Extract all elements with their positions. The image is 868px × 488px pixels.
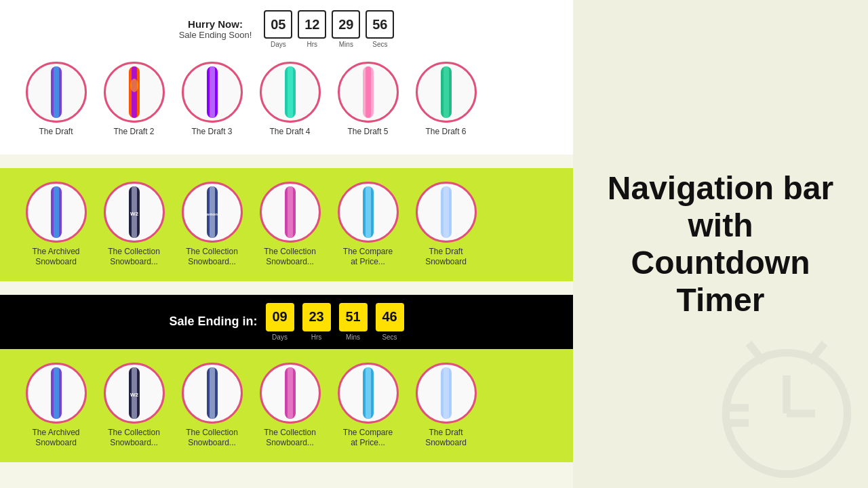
products-row-2: The ArchivedSnowboard W2 The CollectionS… [14, 178, 559, 271]
timer-label-days-1: Days [271, 41, 286, 48]
product-circle-3 [182, 62, 243, 123]
timer2-digit-hrs: 23 [302, 303, 331, 331]
product-name-3: The Draft 3 [191, 127, 232, 138]
timer2-secs: 46 Secs [376, 303, 404, 341]
left-panel: Hurry Now: Sale Ending Soon! 05 Days 12 … [0, 0, 573, 488]
timer2-digit-secs: 46 [376, 303, 404, 331]
product-name-4: The Draft 4 [269, 127, 310, 138]
product-name-2: The Draft 2 [113, 127, 154, 138]
svg-rect-28 [54, 367, 59, 419]
product-collection-2[interactable]: lamont The CollectionSnowboard... [176, 182, 248, 268]
product-circle-draft-sb-3 [416, 363, 477, 424]
countdown-bar-1: Hurry Now: Sale Ending Soon! 05 Days 12 … [14, 10, 559, 48]
product-circle-compare [338, 182, 399, 243]
timer2-label-mins: Mins [346, 333, 360, 341]
product-archived[interactable]: The ArchivedSnowboard [20, 182, 92, 268]
right-title-line3: Timer [677, 282, 765, 318]
product-circle-col3 [260, 182, 321, 243]
product-draft-sb-3[interactable]: The DraftSnowboard [410, 363, 481, 449]
product-collection-3-1[interactable]: W2 The CollectionSnowboard... [98, 363, 170, 449]
sale-ending-label: Sale Ending Soon! [179, 30, 252, 40]
product-collection-1[interactable]: W2 The CollectionSnowboard... [98, 182, 170, 268]
timer-days-1: 05 Days [264, 10, 292, 48]
product-name-1: The Draft [39, 127, 73, 138]
countdown-text-1: Hurry Now: Sale Ending Soon! [179, 18, 252, 40]
svg-rect-26 [443, 186, 449, 238]
timer2-hrs: 23 Hrs [302, 303, 331, 341]
svg-rect-33 [210, 367, 215, 419]
product-name-compare: The Compareat Price... [343, 247, 393, 268]
product-4-draft4[interactable]: The Draft 4 [254, 62, 326, 138]
timer2-days: 09 Days [266, 303, 294, 341]
product-circle-compare-3 [338, 363, 399, 424]
svg-rect-39 [443, 367, 449, 419]
timer-label-secs-1: Secs [372, 41, 387, 48]
timer2-label-days: Days [272, 333, 288, 341]
product-5-draft5[interactable]: The Draft 5 [332, 62, 403, 138]
black-header: Sale Ending in: 09 Days 23 Hrs 51 Mins 4… [0, 295, 573, 349]
product-name-col3-2: The CollectionSnowboard... [186, 428, 238, 449]
section-white: Hurry Now: Sale Ending Soon! 05 Days 12 … [0, 0, 573, 155]
product-name-col3-1: The CollectionSnowboard... [108, 428, 160, 449]
product-circle-archived [26, 182, 87, 243]
clock-icon [692, 309, 868, 488]
product-circle-4 [260, 62, 321, 123]
svg-text:W2: W2 [130, 211, 139, 217]
product-circle-col3-3 [260, 363, 321, 424]
product-draft-sb[interactable]: The DraftSnowboard [410, 182, 481, 268]
right-panel: Navigation bar with Countdown Timer [573, 0, 868, 488]
product-2-draft2[interactable]: The Draft 2 [98, 62, 170, 138]
svg-rect-24 [366, 186, 371, 238]
timer-digit-mins-1: 29 [332, 10, 360, 39]
product-circle-archived-3 [26, 363, 87, 424]
timer-digit-days-1: 05 [264, 10, 292, 39]
product-name-draft-sb-3: The DraftSnowboard [425, 428, 467, 449]
product-name-compare-3: The Compareat Price... [343, 428, 393, 449]
timer-secs-1: 56 Secs [366, 10, 394, 48]
product-6-draft6[interactable]: The Draft 6 [410, 62, 481, 138]
timer2-mins: 51 Mins [339, 303, 368, 341]
timer-hrs-1: 12 Hrs [298, 10, 326, 48]
svg-rect-8 [288, 66, 293, 118]
timer-label-hrs-1: Hrs [307, 41, 318, 48]
product-circle-5 [338, 62, 399, 123]
product-name-archived-3: The ArchivedSnowboard [32, 428, 79, 449]
product-archived-3[interactable]: The ArchivedSnowboard [20, 363, 92, 449]
product-compare[interactable]: The Compareat Price... [332, 182, 403, 268]
timer-digit-hrs-1: 12 [298, 10, 326, 39]
product-circle-col3-2 [182, 363, 243, 424]
timer-label-mins-1: Mins [339, 41, 353, 48]
product-circle-draft-sb [416, 182, 477, 243]
sale-ending-in-label: Sale Ending in: [169, 314, 257, 329]
timer-digit-secs-1: 56 [366, 10, 394, 39]
gap-2 [0, 281, 573, 295]
products-row-3: The ArchivedSnowboard W2 The CollectionS… [14, 359, 559, 452]
svg-point-4 [130, 79, 138, 92]
product-compare-3[interactable]: The Compareat Price... [332, 363, 403, 449]
right-title-line1: Navigation bar [608, 170, 833, 206]
svg-rect-1 [54, 66, 59, 118]
svg-rect-12 [443, 66, 449, 118]
product-collection-3-2[interactable]: The CollectionSnowboard... [176, 363, 248, 449]
product-circle-col1: W2 [104, 182, 165, 243]
product-name-col2: The CollectionSnowboard... [186, 247, 238, 268]
timer-mins-1: 29 Mins [332, 10, 360, 48]
right-title-line2: with Countdown [631, 207, 810, 281]
timer2-digit-mins: 51 [339, 303, 368, 331]
svg-rect-6 [210, 66, 215, 118]
timer2-digit-days: 09 [266, 303, 294, 331]
hurry-label: Hurry Now: [179, 18, 252, 30]
product-collection-3[interactable]: The CollectionSnowboard... [254, 182, 326, 268]
product-circle-col2: lamont [182, 182, 243, 243]
svg-rect-14 [54, 186, 59, 238]
product-collection-3-3[interactable]: The CollectionSnowboard... [254, 363, 326, 449]
product-circle-1 [26, 62, 87, 123]
gap-1 [0, 155, 573, 168]
product-name-5: The Draft 5 [347, 127, 388, 138]
product-circle-col3-1: W2 [104, 363, 165, 424]
product-1-draft[interactable]: The Draft [20, 62, 92, 138]
product-3-draft3[interactable]: The Draft 3 [176, 62, 248, 138]
product-circle-2 [104, 62, 165, 123]
product-circle-6 [416, 62, 477, 123]
product-name-6: The Draft 6 [425, 127, 466, 138]
